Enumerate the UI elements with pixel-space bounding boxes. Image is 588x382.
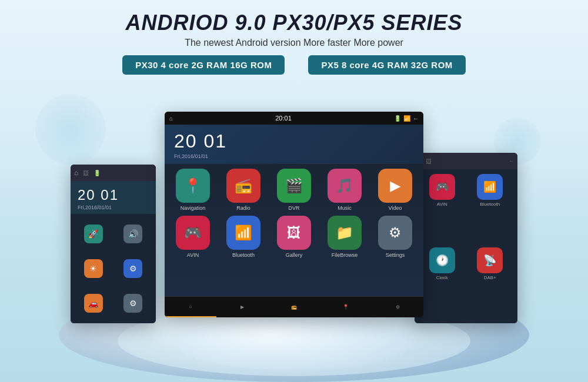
clock-icon-right: 🕐 bbox=[429, 247, 455, 273]
list-item: ⚙ bbox=[114, 286, 153, 320]
list-item[interactable]: 📶 Bluetooth bbox=[220, 216, 267, 258]
tab-item[interactable]: 📻 bbox=[268, 297, 320, 317]
dab-icon-right: 📡 bbox=[477, 247, 503, 273]
list-item[interactable]: 🎵 Music bbox=[321, 169, 368, 211]
screen-left-inner: ⌂ 🖼 🔋 20 01 Fri,2016/01/01 🚀 🔊 ☀ bbox=[71, 165, 156, 323]
bluetooth-label: Bluetooth bbox=[232, 252, 255, 258]
filebrowse-icon: 📁 bbox=[328, 216, 362, 250]
screen-left-apps: 🚀 🔊 ☀ ⚙ 🚗 ⚙ bbox=[71, 214, 156, 323]
screen-center-apps: 📍 Navigation 📻 Radio 🎬 DVR 🎵 Music bbox=[165, 164, 423, 296]
main-title: ANDRIOD 9.0 PX30/PX5 SERIES bbox=[0, 11, 588, 35]
list-item[interactable]: 📁 FileBrowse bbox=[321, 216, 368, 258]
list-item[interactable]: 🎬 DVR bbox=[270, 169, 318, 211]
app-icon-shape: 🔊 bbox=[123, 224, 142, 243]
screen-center-tabbar: ⌂ ▶ 📻 📍 ⚙ bbox=[165, 296, 423, 317]
avin-icon-right: 🎮 bbox=[429, 174, 455, 200]
screen-center-clock: 20 01 Fri,2016/01/01 bbox=[165, 125, 423, 164]
screen-left: ⌂ 🖼 🔋 20 01 Fri,2016/01/01 🚀 🔊 ☀ bbox=[71, 165, 156, 323]
app-row-1: 📍 Navigation 📻 Radio 🎬 DVR 🎵 Music bbox=[169, 169, 419, 211]
avin-label-right: AVIN bbox=[437, 202, 447, 207]
status-icons: 🔋 📶 ← bbox=[394, 115, 419, 122]
screen-right-navbar: ⌂ 🖼 ← bbox=[415, 153, 517, 169]
video-icon: ▶ bbox=[378, 169, 412, 203]
list-item: ⚙ bbox=[114, 252, 153, 286]
app-row-2: 🎮 AVIN 📶 Bluetooth 🖼 Gallery 📁 FileBrows… bbox=[169, 216, 419, 258]
radio-label: Radio bbox=[236, 205, 250, 211]
app-icon-shape: ⚙ bbox=[123, 259, 142, 278]
screen-left-date: Fri,2016/01/01 bbox=[78, 205, 149, 210]
wifi-icon: 📶 bbox=[403, 115, 410, 122]
list-item[interactable]: 📶 Bluetooth bbox=[467, 174, 513, 245]
screens-container: ⌂ 🖼 🔋 20 01 Fri,2016/01/01 🚀 🔊 ☀ bbox=[71, 112, 517, 335]
list-item: 🚀 bbox=[74, 217, 113, 251]
tab-radio-icon: 📻 bbox=[291, 304, 297, 310]
list-item: 🚗 bbox=[74, 286, 113, 320]
screen-left-time: 20 01 bbox=[78, 187, 119, 203]
app-icon-shape: ⚙ bbox=[123, 294, 142, 313]
screen-center-inner: ⌂ 20:01 🔋 📶 ← 20 01 Fri,2016/01/01 bbox=[165, 112, 423, 317]
battery-icon: 🔋 bbox=[394, 115, 401, 122]
tab-nav-icon: 📍 bbox=[343, 304, 349, 310]
screen-left-navbar: ⌂ 🖼 🔋 bbox=[71, 165, 156, 181]
screen-center-statusbar: ⌂ 20:01 🔋 📶 ← bbox=[165, 112, 423, 125]
tab-media-icon: ▶ bbox=[240, 304, 244, 310]
app-icon-shape: ☀ bbox=[84, 259, 103, 278]
list-item[interactable]: 🎮 AVIN bbox=[169, 216, 216, 258]
tab-settings-icon: ⚙ bbox=[396, 304, 400, 310]
screen-left-clock: 20 01 Fri,2016/01/01 bbox=[71, 181, 156, 214]
screen-center-time: 20 01 bbox=[174, 130, 227, 152]
navigation-icon: 📍 bbox=[176, 169, 210, 203]
header: ANDRIOD 9.0 PX30/PX5 SERIES The newest A… bbox=[0, 0, 588, 75]
avin-label: AVIN bbox=[187, 252, 199, 258]
list-item[interactable]: 🕐 Clock bbox=[419, 247, 465, 319]
avin-icon: 🎮 bbox=[176, 216, 210, 250]
settings-icon: ⚙ bbox=[378, 216, 412, 250]
home-icon: ⌂ bbox=[169, 115, 173, 122]
bluetooth-icon: 📶 bbox=[226, 216, 260, 250]
list-item[interactable]: ⚙ Settings bbox=[372, 216, 419, 258]
tab-home-icon: ⌂ bbox=[189, 304, 192, 309]
badge-px5: PX5 8 core 4G RAM 32G ROM bbox=[308, 55, 465, 75]
subtitle: The newest Android version More faster M… bbox=[0, 38, 588, 48]
gallery-label: Gallery bbox=[286, 252, 303, 258]
screen-right-apps: 🎮 AVIN 📶 Bluetooth 🕐 Clock 📡 DAB+ bbox=[415, 169, 517, 323]
list-item[interactable]: 📍 Navigation bbox=[169, 169, 216, 211]
screen-right: ⌂ 🖼 ← 🎮 AVIN 📶 Bluetooth 🕐 Clo bbox=[415, 153, 517, 323]
tab-item[interactable]: ⌂ bbox=[165, 297, 216, 317]
screen-center-date: Fri,2016/01/01 bbox=[174, 153, 414, 159]
badges: PX30 4 core 2G RAM 16G ROM PX5 8 core 4G… bbox=[0, 55, 588, 75]
list-item[interactable]: 🎮 AVIN bbox=[419, 174, 465, 245]
back-icon: ← bbox=[413, 115, 419, 122]
status-time: 20:01 bbox=[275, 115, 292, 122]
radio-icon: 📻 bbox=[226, 169, 260, 203]
navigation-label: Navigation bbox=[181, 205, 206, 211]
list-item: 🔊 bbox=[114, 217, 153, 251]
list-item: ☀ bbox=[74, 252, 113, 286]
clock-label-right: Clock bbox=[436, 275, 448, 280]
tab-item[interactable]: ⚙ bbox=[372, 297, 423, 317]
settings-label: Settings bbox=[386, 252, 405, 258]
screen-center: ⌂ 20:01 🔋 📶 ← 20 01 Fri,2016/01/01 bbox=[165, 112, 423, 317]
tab-item[interactable]: ▶ bbox=[216, 297, 268, 317]
dvr-label: DVR bbox=[288, 205, 299, 211]
list-item[interactable]: 🖼 Gallery bbox=[270, 216, 318, 258]
list-item[interactable]: 📻 Radio bbox=[220, 169, 267, 211]
tab-item[interactable]: 📍 bbox=[320, 297, 372, 317]
list-item[interactable]: 📡 DAB+ bbox=[467, 247, 513, 319]
app-icon-shape: 🚗 bbox=[84, 294, 103, 313]
dvr-icon: 🎬 bbox=[277, 169, 311, 203]
list-item[interactable]: ▶ Video bbox=[372, 169, 419, 211]
bluetooth-icon-right: 📶 bbox=[477, 174, 503, 200]
badge-px30: PX30 4 core 2G RAM 16G ROM bbox=[122, 55, 285, 75]
dab-label-right: DAB+ bbox=[484, 275, 496, 280]
screen-right-inner: ⌂ 🖼 ← 🎮 AVIN 📶 Bluetooth 🕐 Clo bbox=[415, 153, 517, 323]
app-icon-shape: 🚀 bbox=[84, 224, 103, 243]
filebrowse-label: FileBrowse bbox=[332, 252, 358, 258]
music-icon: 🎵 bbox=[328, 169, 362, 203]
gallery-icon: 🖼 bbox=[277, 216, 311, 250]
video-label: Video bbox=[389, 205, 402, 211]
music-label: Music bbox=[338, 205, 352, 211]
bluetooth-label-right: Bluetooth bbox=[480, 202, 500, 207]
